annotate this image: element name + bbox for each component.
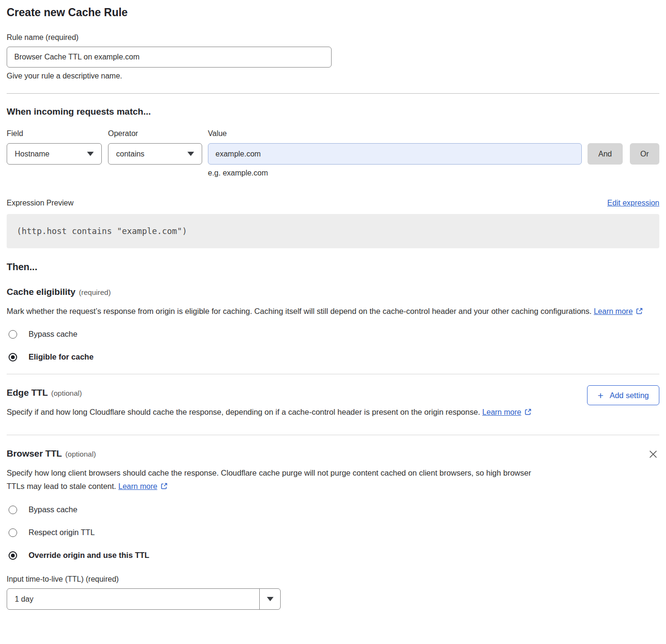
create-cache-rule-form: Create new Cache Rule Rule name (require… [0,6,666,610]
match-heading: When incoming requests match... [7,106,659,118]
match-condition-row: Field Hostname Operator contains Value e… [7,128,659,178]
radio-icon [9,330,17,339]
browser-ttl-section: Browser TTL(optional) Specify how long c… [7,435,659,610]
page-title: Create new Cache Rule [7,6,659,19]
edge-ttl-title: Edge TTL [7,388,48,398]
field-label: Field [7,128,102,139]
expression-code: (http.host contains "example.com") [17,226,187,236]
add-setting-button[interactable]: + Add setting [587,385,659,405]
cache-eligibility-description: Mark whether the request’s response from… [7,304,659,319]
field-column: Field Hostname [7,128,102,165]
learn-more-link[interactable]: Learn more [594,307,633,315]
plus-icon: + [597,390,603,400]
edge-ttl-description: Specify if and how long Cloudflare shoul… [7,405,532,420]
required-note: (required) [79,288,111,296]
field-select[interactable]: Hostname [7,143,102,165]
radio-option-bypass-cache[interactable]: Bypass cache [7,330,659,339]
close-icon[interactable] [648,449,658,459]
field-select-value: Hostname [15,150,49,158]
browser-ttl-description: Specify how long client browsers should … [7,466,532,494]
value-column: Value e.g. example.com [208,128,582,178]
expression-preview-header: Expression Preview Edit expression [7,197,659,209]
learn-more-link[interactable]: Learn more [482,408,521,416]
edge-ttl-section: Edge TTL(optional) + Add setting Specify… [7,374,659,420]
ttl-select[interactable]: 1 day [7,588,281,610]
radio-selected-icon [9,551,17,560]
cache-eligibility-title: Cache eligibility [7,287,76,297]
value-input[interactable] [208,143,582,165]
radio-option-bypass-cache[interactable]: Bypass cache [7,505,659,514]
external-link-icon [524,409,532,417]
radio-icon [9,506,17,514]
radio-icon [9,528,17,537]
expression-preview-box: (http.host contains "example.com") [7,214,659,248]
and-button[interactable]: And [588,143,623,165]
operator-column: Operator contains [108,128,202,165]
rule-name-label: Rule name (required) [7,32,659,43]
operator-select[interactable]: contains [108,143,202,165]
ttl-input-label: Input time-to-live (TTL) (required) [7,574,659,585]
edge-ttl-heading: Edge TTL(optional) [7,387,659,400]
cache-eligibility-heading: Cache eligibility(required) [7,286,659,299]
chevron-down-icon [187,152,194,156]
or-button[interactable]: Or [630,143,659,165]
chevron-down-icon [259,589,280,609]
value-help: e.g. example.com [208,168,582,178]
then-heading: Then... [7,261,659,273]
edit-expression-link[interactable]: Edit expression [607,197,659,209]
rule-name-field: Rule name (required) Give your rule a de… [7,32,659,81]
radio-selected-icon [9,353,17,361]
rule-name-input[interactable] [7,47,332,68]
operator-select-value: contains [116,150,145,158]
radio-option-override-origin-ttl[interactable]: Override origin and use this TTL [7,551,659,560]
radio-option-eligible-for-cache[interactable]: Eligible for cache [7,352,659,361]
ttl-select-value: 1 day [7,589,259,609]
optional-note: (optional) [51,389,82,397]
rule-name-help: Give your rule a descriptive name. [7,71,659,81]
chevron-down-icon [87,152,94,156]
browser-ttl-title: Browser TTL [7,449,62,459]
browser-ttl-options: Bypass cache Respect origin TTL Override… [7,505,659,560]
browser-ttl-heading: Browser TTL(optional) [7,448,659,460]
optional-note: (optional) [65,450,96,458]
external-link-icon [160,483,168,491]
value-label: Value [208,128,582,139]
learn-more-link[interactable]: Learn more [118,482,157,490]
radio-option-respect-origin-ttl[interactable]: Respect origin TTL [7,528,659,537]
external-link-icon [636,308,643,316]
operator-label: Operator [108,128,202,139]
section-divider [7,93,659,94]
expression-preview-label: Expression Preview [7,197,74,209]
